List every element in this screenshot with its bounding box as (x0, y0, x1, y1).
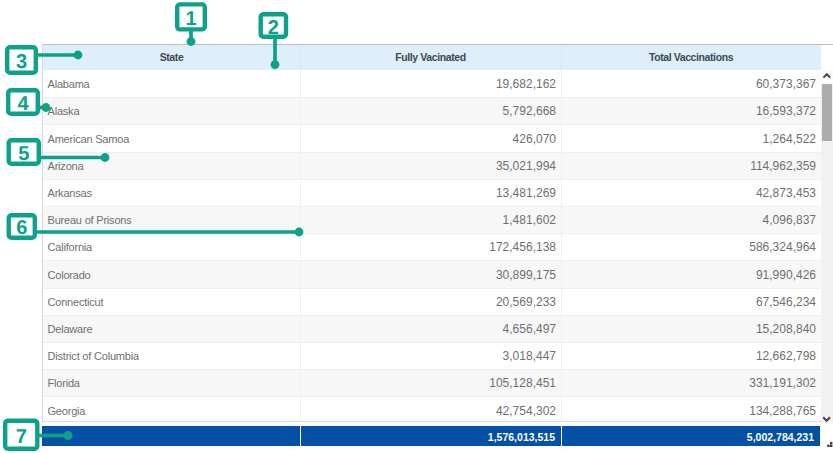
svg-text:4: 4 (17, 93, 29, 115)
svg-text:3: 3 (16, 51, 27, 73)
svg-text:7: 7 (16, 426, 27, 448)
svg-text:1: 1 (185, 8, 196, 30)
svg-text:6: 6 (16, 217, 27, 239)
svg-text:2: 2 (268, 17, 279, 39)
svg-text:5: 5 (18, 143, 29, 165)
